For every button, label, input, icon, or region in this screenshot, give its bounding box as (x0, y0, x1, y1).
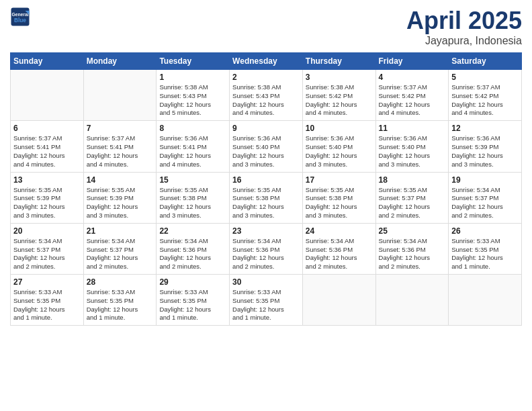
table-row: 10Sunrise: 5:36 AM Sunset: 5:40 PM Dayli… (302, 121, 375, 172)
table-row: 11Sunrise: 5:36 AM Sunset: 5:40 PM Dayli… (375, 121, 449, 172)
day-number: 12 (451, 124, 519, 133)
table-row: 20Sunrise: 5:34 AM Sunset: 5:37 PM Dayli… (11, 223, 84, 274)
table-row: 15Sunrise: 5:35 AM Sunset: 5:38 PM Dayli… (157, 172, 230, 223)
day-info: Sunrise: 5:35 AM Sunset: 5:39 PM Dayligh… (13, 186, 81, 220)
table-row: 26Sunrise: 5:33 AM Sunset: 5:35 PM Dayli… (449, 223, 522, 274)
day-number: 17 (306, 175, 373, 185)
day-number: 24 (306, 226, 373, 236)
table-row: 2Sunrise: 5:38 AM Sunset: 5:43 PM Daylig… (230, 70, 303, 121)
day-info: Sunrise: 5:37 AM Sunset: 5:42 PM Dayligh… (379, 83, 446, 118)
table-row (11, 70, 84, 121)
day-info: Sunrise: 5:38 AM Sunset: 5:43 PM Dayligh… (159, 83, 226, 118)
day-info: Sunrise: 5:34 AM Sunset: 5:36 PM Dayligh… (306, 237, 373, 271)
logo: General Blue (10, 7, 30, 27)
table-row: 4Sunrise: 5:37 AM Sunset: 5:42 PM Daylig… (375, 70, 449, 121)
table-row (449, 275, 522, 326)
header-friday: Friday (375, 53, 449, 70)
table-row: 24Sunrise: 5:34 AM Sunset: 5:36 PM Dayli… (302, 223, 375, 274)
table-row: 16Sunrise: 5:35 AM Sunset: 5:38 PM Dayli… (230, 172, 303, 223)
table-row: 30Sunrise: 5:33 AM Sunset: 5:35 PM Dayli… (230, 275, 303, 326)
day-number: 11 (379, 124, 446, 133)
day-info: Sunrise: 5:33 AM Sunset: 5:35 PM Dayligh… (451, 237, 519, 271)
calendar-table: Sunday Monday Tuesday Wednesday Thursday… (10, 52, 522, 326)
day-info: Sunrise: 5:34 AM Sunset: 5:37 PM Dayligh… (13, 237, 81, 271)
day-number: 9 (232, 124, 300, 133)
calendar-header-row: Sunday Monday Tuesday Wednesday Thursday… (11, 53, 522, 70)
day-info: Sunrise: 5:36 AM Sunset: 5:40 PM Dayligh… (379, 134, 446, 169)
day-info: Sunrise: 5:33 AM Sunset: 5:35 PM Dayligh… (13, 288, 81, 322)
table-row: 13Sunrise: 5:35 AM Sunset: 5:39 PM Dayli… (11, 172, 84, 223)
day-number: 1 (159, 73, 226, 82)
day-info: Sunrise: 5:35 AM Sunset: 5:37 PM Dayligh… (379, 186, 446, 220)
title-block: April 2025 Jayapura, Indonesia (406, 7, 522, 47)
table-row: 23Sunrise: 5:34 AM Sunset: 5:36 PM Dayli… (230, 223, 303, 274)
day-info: Sunrise: 5:35 AM Sunset: 5:38 PM Dayligh… (159, 186, 226, 220)
day-number: 19 (451, 175, 519, 185)
day-info: Sunrise: 5:33 AM Sunset: 5:35 PM Dayligh… (87, 288, 154, 322)
day-number: 2 (232, 73, 300, 82)
day-info: Sunrise: 5:34 AM Sunset: 5:37 PM Dayligh… (451, 186, 519, 220)
day-number: 8 (159, 124, 226, 133)
day-number: 5 (451, 73, 519, 82)
table-row: 25Sunrise: 5:34 AM Sunset: 5:36 PM Dayli… (375, 223, 449, 274)
day-number: 13 (13, 175, 81, 185)
day-info: Sunrise: 5:38 AM Sunset: 5:42 PM Dayligh… (306, 83, 373, 118)
header-thursday: Thursday (302, 53, 375, 70)
day-info: Sunrise: 5:34 AM Sunset: 5:36 PM Dayligh… (159, 237, 226, 271)
day-info: Sunrise: 5:34 AM Sunset: 5:36 PM Dayligh… (379, 237, 446, 271)
table-row: 9Sunrise: 5:36 AM Sunset: 5:40 PM Daylig… (230, 121, 303, 172)
calendar-title: April 2025 (406, 7, 522, 35)
header-tuesday: Tuesday (157, 53, 230, 70)
logo-icon: General Blue (10, 7, 30, 27)
calendar-week-1: 1Sunrise: 5:38 AM Sunset: 5:43 PM Daylig… (11, 70, 522, 121)
day-info: Sunrise: 5:35 AM Sunset: 5:39 PM Dayligh… (87, 186, 154, 220)
table-row: 18Sunrise: 5:35 AM Sunset: 5:37 PM Dayli… (375, 172, 449, 223)
day-info: Sunrise: 5:35 AM Sunset: 5:38 PM Dayligh… (232, 186, 300, 220)
header-wednesday: Wednesday (230, 53, 303, 70)
table-row: 3Sunrise: 5:38 AM Sunset: 5:42 PM Daylig… (302, 70, 375, 121)
table-row: 14Sunrise: 5:35 AM Sunset: 5:39 PM Dayli… (83, 172, 157, 223)
table-row: 6Sunrise: 5:37 AM Sunset: 5:41 PM Daylig… (11, 121, 84, 172)
day-info: Sunrise: 5:33 AM Sunset: 5:35 PM Dayligh… (232, 288, 300, 322)
day-info: Sunrise: 5:37 AM Sunset: 5:41 PM Dayligh… (13, 134, 81, 169)
calendar-week-2: 6Sunrise: 5:37 AM Sunset: 5:41 PM Daylig… (11, 121, 522, 172)
day-number: 21 (87, 226, 154, 236)
table-row: 21Sunrise: 5:34 AM Sunset: 5:37 PM Dayli… (83, 223, 157, 274)
day-number: 25 (379, 226, 446, 236)
day-number: 14 (87, 175, 154, 185)
day-number: 16 (232, 175, 300, 185)
header-saturday: Saturday (449, 53, 522, 70)
svg-text:Blue: Blue (14, 17, 26, 24)
day-info: Sunrise: 5:36 AM Sunset: 5:40 PM Dayligh… (232, 134, 300, 169)
day-number: 26 (451, 226, 519, 236)
calendar-week-5: 27Sunrise: 5:33 AM Sunset: 5:35 PM Dayli… (11, 275, 522, 326)
day-info: Sunrise: 5:33 AM Sunset: 5:35 PM Dayligh… (159, 288, 226, 322)
table-row: 5Sunrise: 5:37 AM Sunset: 5:42 PM Daylig… (449, 70, 522, 121)
day-info: Sunrise: 5:36 AM Sunset: 5:41 PM Dayligh… (159, 134, 226, 169)
day-info: Sunrise: 5:34 AM Sunset: 5:36 PM Dayligh… (232, 237, 300, 271)
table-row (83, 70, 157, 121)
day-number: 15 (159, 175, 226, 185)
table-row (302, 275, 375, 326)
day-number: 20 (13, 226, 81, 236)
day-number: 23 (232, 226, 300, 236)
svg-text:General: General (11, 12, 28, 17)
table-row: 22Sunrise: 5:34 AM Sunset: 5:36 PM Dayli… (157, 223, 230, 274)
table-row: 28Sunrise: 5:33 AM Sunset: 5:35 PM Dayli… (83, 275, 157, 326)
header-monday: Monday (83, 53, 157, 70)
day-number: 6 (13, 124, 81, 133)
day-info: Sunrise: 5:34 AM Sunset: 5:37 PM Dayligh… (87, 237, 154, 271)
day-number: 28 (87, 277, 154, 287)
table-row (375, 275, 449, 326)
table-row: 19Sunrise: 5:34 AM Sunset: 5:37 PM Dayli… (449, 172, 522, 223)
table-row: 27Sunrise: 5:33 AM Sunset: 5:35 PM Dayli… (11, 275, 84, 326)
header-sunday: Sunday (11, 53, 84, 70)
day-number: 10 (306, 124, 373, 133)
table-row: 12Sunrise: 5:36 AM Sunset: 5:39 PM Dayli… (449, 121, 522, 172)
day-info: Sunrise: 5:38 AM Sunset: 5:43 PM Dayligh… (232, 83, 300, 118)
day-info: Sunrise: 5:35 AM Sunset: 5:38 PM Dayligh… (306, 186, 373, 220)
day-info: Sunrise: 5:37 AM Sunset: 5:42 PM Dayligh… (451, 83, 519, 118)
day-number: 4 (379, 73, 446, 82)
table-row: 29Sunrise: 5:33 AM Sunset: 5:35 PM Dayli… (157, 275, 230, 326)
table-row: 8Sunrise: 5:36 AM Sunset: 5:41 PM Daylig… (157, 121, 230, 172)
